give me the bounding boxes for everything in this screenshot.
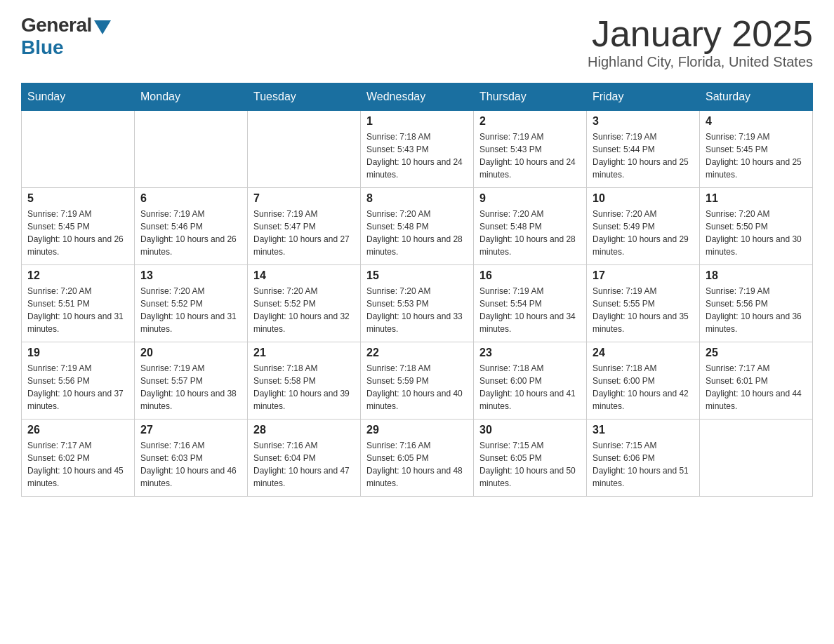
day-info: Sunrise: 7:19 AMSunset: 5:55 PMDaylight:… xyxy=(593,285,694,335)
day-info: Sunrise: 7:19 AMSunset: 5:46 PMDaylight:… xyxy=(140,208,241,258)
day-info: Sunrise: 7:18 AMSunset: 6:00 PMDaylight:… xyxy=(593,362,694,412)
calendar-cell: 28Sunrise: 7:16 AMSunset: 6:04 PMDayligh… xyxy=(248,420,361,497)
day-number: 22 xyxy=(366,347,468,359)
calendar-week-1: 1Sunrise: 7:18 AMSunset: 5:43 PMDaylight… xyxy=(22,111,813,188)
calendar-header-thursday: Thursday xyxy=(474,83,587,111)
calendar-cell: 30Sunrise: 7:15 AMSunset: 6:05 PMDayligh… xyxy=(474,420,587,497)
day-number: 24 xyxy=(593,347,694,359)
day-number: 13 xyxy=(140,269,241,282)
calendar-week-3: 12Sunrise: 7:20 AMSunset: 5:51 PMDayligh… xyxy=(22,265,813,342)
day-info: Sunrise: 7:18 AMSunset: 5:58 PMDaylight:… xyxy=(253,362,355,412)
day-info: Sunrise: 7:18 AMSunset: 5:59 PMDaylight:… xyxy=(366,362,468,412)
day-info: Sunrise: 7:15 AMSunset: 6:05 PMDaylight:… xyxy=(479,439,581,490)
day-info: Sunrise: 7:19 AMSunset: 5:45 PMDaylight:… xyxy=(27,208,128,258)
calendar-header-wednesday: Wednesday xyxy=(361,83,474,111)
day-number: 27 xyxy=(140,424,241,436)
calendar-week-5: 26Sunrise: 7:17 AMSunset: 6:02 PMDayligh… xyxy=(22,420,813,497)
calendar-header-friday: Friday xyxy=(587,83,700,111)
title-section: January 2025 Highland City, Florida, Uni… xyxy=(588,14,813,70)
day-info: Sunrise: 7:19 AMSunset: 5:47 PMDaylight:… xyxy=(253,208,355,258)
month-title: January 2025 xyxy=(588,14,813,54)
calendar-cell: 22Sunrise: 7:18 AMSunset: 5:59 PMDayligh… xyxy=(361,342,474,420)
day-number: 2 xyxy=(479,115,581,128)
calendar-cell: 1Sunrise: 7:18 AMSunset: 5:43 PMDaylight… xyxy=(361,111,474,188)
day-info: Sunrise: 7:16 AMSunset: 6:05 PMDaylight:… xyxy=(366,439,468,490)
calendar-cell: 15Sunrise: 7:20 AMSunset: 5:53 PMDayligh… xyxy=(361,265,474,342)
day-info: Sunrise: 7:18 AMSunset: 6:00 PMDaylight:… xyxy=(479,362,581,412)
calendar-cell: 3Sunrise: 7:19 AMSunset: 5:44 PMDaylight… xyxy=(587,111,700,188)
calendar-header-sunday: Sunday xyxy=(22,83,135,111)
day-number: 30 xyxy=(479,424,581,436)
logo-arrow-icon xyxy=(94,20,111,34)
calendar-cell: 20Sunrise: 7:19 AMSunset: 5:57 PMDayligh… xyxy=(135,342,248,420)
day-info: Sunrise: 7:20 AMSunset: 5:48 PMDaylight:… xyxy=(479,208,581,258)
day-number: 23 xyxy=(479,347,581,359)
calendar-header-saturday: Saturday xyxy=(700,83,813,111)
day-number: 1 xyxy=(366,115,468,128)
day-info: Sunrise: 7:20 AMSunset: 5:51 PMDaylight:… xyxy=(27,285,128,335)
calendar-cell: 6Sunrise: 7:19 AMSunset: 5:46 PMDaylight… xyxy=(135,188,248,265)
calendar-cell: 17Sunrise: 7:19 AMSunset: 5:55 PMDayligh… xyxy=(587,265,700,342)
day-info: Sunrise: 7:19 AMSunset: 5:45 PMDaylight:… xyxy=(706,130,807,181)
day-info: Sunrise: 7:15 AMSunset: 6:06 PMDaylight:… xyxy=(593,439,694,490)
calendar-cell: 19Sunrise: 7:19 AMSunset: 5:56 PMDayligh… xyxy=(22,342,135,420)
day-number: 14 xyxy=(253,269,355,282)
day-number: 10 xyxy=(593,192,694,205)
day-number: 6 xyxy=(140,192,241,205)
day-number: 7 xyxy=(253,192,355,205)
day-info: Sunrise: 7:20 AMSunset: 5:48 PMDaylight:… xyxy=(366,208,468,258)
day-info: Sunrise: 7:20 AMSunset: 5:49 PMDaylight:… xyxy=(593,208,694,258)
logo-blue-text: Blue xyxy=(21,36,64,59)
calendar-cell: 5Sunrise: 7:19 AMSunset: 5:45 PMDaylight… xyxy=(22,188,135,265)
calendar-week-2: 5Sunrise: 7:19 AMSunset: 5:45 PMDaylight… xyxy=(22,188,813,265)
calendar-cell: 31Sunrise: 7:15 AMSunset: 6:06 PMDayligh… xyxy=(587,420,700,497)
calendar-cell: 18Sunrise: 7:19 AMSunset: 5:56 PMDayligh… xyxy=(700,265,813,342)
calendar-header-monday: Monday xyxy=(135,83,248,111)
day-info: Sunrise: 7:19 AMSunset: 5:44 PMDaylight:… xyxy=(593,130,694,181)
day-number: 26 xyxy=(27,424,128,436)
calendar-table: SundayMondayTuesdayWednesdayThursdayFrid… xyxy=(21,83,813,497)
calendar-cell: 9Sunrise: 7:20 AMSunset: 5:48 PMDaylight… xyxy=(474,188,587,265)
calendar-header-row: SundayMondayTuesdayWednesdayThursdayFrid… xyxy=(22,83,813,111)
calendar-cell xyxy=(248,111,361,188)
calendar-cell: 14Sunrise: 7:20 AMSunset: 5:52 PMDayligh… xyxy=(248,265,361,342)
day-number: 16 xyxy=(479,269,581,282)
calendar-cell xyxy=(22,111,135,188)
location-title: Highland City, Florida, United States xyxy=(588,54,813,70)
day-info: Sunrise: 7:20 AMSunset: 5:52 PMDaylight:… xyxy=(140,285,241,335)
day-info: Sunrise: 7:19 AMSunset: 5:57 PMDaylight:… xyxy=(140,362,241,412)
day-number: 31 xyxy=(593,424,694,436)
calendar-cell: 23Sunrise: 7:18 AMSunset: 6:00 PMDayligh… xyxy=(474,342,587,420)
calendar-cell: 11Sunrise: 7:20 AMSunset: 5:50 PMDayligh… xyxy=(700,188,813,265)
day-info: Sunrise: 7:20 AMSunset: 5:52 PMDaylight:… xyxy=(253,285,355,335)
day-number: 28 xyxy=(253,424,355,436)
calendar-cell: 16Sunrise: 7:19 AMSunset: 5:54 PMDayligh… xyxy=(474,265,587,342)
day-number: 20 xyxy=(140,347,241,359)
calendar-cell: 24Sunrise: 7:18 AMSunset: 6:00 PMDayligh… xyxy=(587,342,700,420)
day-info: Sunrise: 7:19 AMSunset: 5:56 PMDaylight:… xyxy=(706,285,807,335)
day-info: Sunrise: 7:16 AMSunset: 6:04 PMDaylight:… xyxy=(253,439,355,490)
calendar-cell: 29Sunrise: 7:16 AMSunset: 6:05 PMDayligh… xyxy=(361,420,474,497)
day-info: Sunrise: 7:18 AMSunset: 5:43 PMDaylight:… xyxy=(366,130,468,181)
day-number: 11 xyxy=(706,192,807,205)
day-number: 8 xyxy=(366,192,468,205)
logo-general-text: General xyxy=(21,14,92,36)
day-info: Sunrise: 7:19 AMSunset: 5:56 PMDaylight:… xyxy=(27,362,128,412)
day-number: 12 xyxy=(27,269,128,282)
calendar-cell xyxy=(135,111,248,188)
calendar-cell: 2Sunrise: 7:19 AMSunset: 5:43 PMDaylight… xyxy=(474,111,587,188)
day-number: 15 xyxy=(366,269,468,282)
day-number: 29 xyxy=(366,424,468,436)
calendar-week-4: 19Sunrise: 7:19 AMSunset: 5:56 PMDayligh… xyxy=(22,342,813,420)
calendar-cell: 25Sunrise: 7:17 AMSunset: 6:01 PMDayligh… xyxy=(700,342,813,420)
calendar-cell: 27Sunrise: 7:16 AMSunset: 6:03 PMDayligh… xyxy=(135,420,248,497)
day-number: 19 xyxy=(27,347,128,359)
calendar-header-tuesday: Tuesday xyxy=(248,83,361,111)
day-number: 25 xyxy=(706,347,807,359)
calendar-cell: 26Sunrise: 7:17 AMSunset: 6:02 PMDayligh… xyxy=(22,420,135,497)
calendar-cell: 8Sunrise: 7:20 AMSunset: 5:48 PMDaylight… xyxy=(361,188,474,265)
day-number: 17 xyxy=(593,269,694,282)
day-info: Sunrise: 7:20 AMSunset: 5:53 PMDaylight:… xyxy=(366,285,468,335)
calendar-cell xyxy=(700,420,813,497)
page-header: General Blue January 2025 Highland City,… xyxy=(21,14,813,70)
